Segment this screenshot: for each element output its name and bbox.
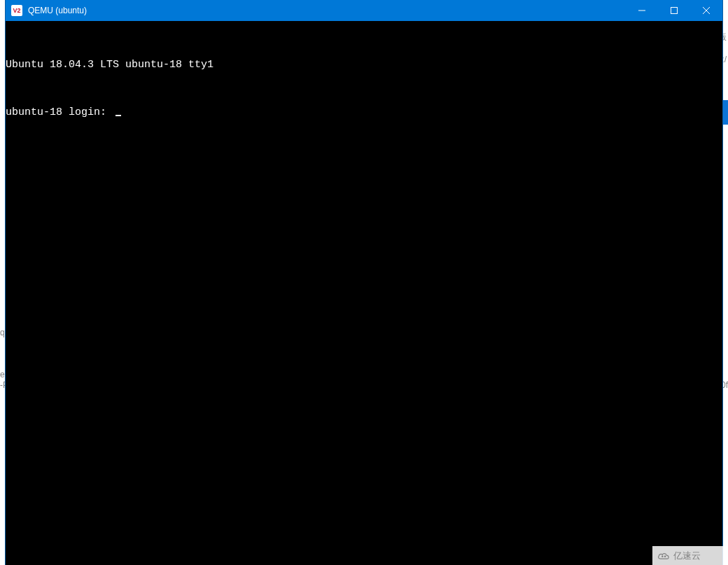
vnc-icon: V2 bbox=[11, 5, 22, 16]
maximize-icon bbox=[671, 7, 678, 14]
svg-point-5 bbox=[664, 556, 665, 557]
watermark-text: 亿速云 bbox=[673, 550, 701, 562]
close-button[interactable] bbox=[690, 0, 722, 21]
window-titlebar[interactable]: V2 QEMU (ubuntu) bbox=[6, 0, 722, 21]
watermark: 亿速云 bbox=[652, 546, 728, 565]
bg-frag: e bbox=[0, 370, 5, 379]
login-prompt: ubuntu-18 login: bbox=[6, 106, 113, 118]
window-controls bbox=[626, 0, 722, 21]
close-icon bbox=[703, 7, 710, 14]
terminal-banner: Ubuntu 18.04.3 LTS ubuntu-18 tty1 bbox=[6, 59, 722, 71]
svg-point-4 bbox=[662, 556, 663, 557]
maximize-button[interactable] bbox=[658, 0, 690, 21]
window-title: QEMU (ubuntu) bbox=[28, 6, 87, 15]
bg-frag: q bbox=[0, 328, 5, 337]
qemu-window: V2 QEMU (ubuntu) Ubuntu 18.04.3 LTS ubun… bbox=[6, 0, 722, 565]
login-prompt-line: ubuntu-18 login: bbox=[6, 106, 722, 119]
cursor-icon bbox=[115, 115, 121, 116]
svg-rect-1 bbox=[671, 8, 678, 14]
terminal[interactable]: Ubuntu 18.04.3 LTS ubuntu-18 tty1 ubuntu… bbox=[6, 21, 722, 565]
minimize-icon bbox=[638, 7, 645, 14]
cloud-icon bbox=[657, 551, 671, 561]
minimize-button[interactable] bbox=[626, 0, 658, 21]
bg-frag bbox=[722, 100, 728, 125]
